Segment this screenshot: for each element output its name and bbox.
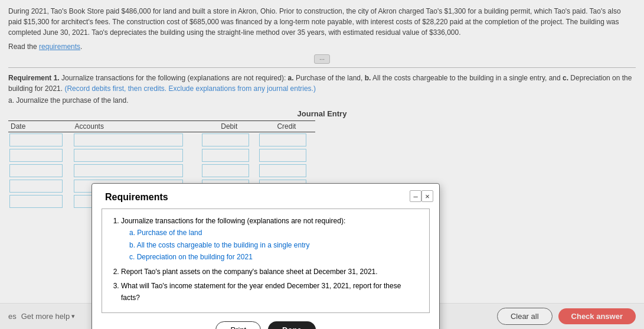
req1-sub-a: a. Purchase of the land bbox=[129, 227, 421, 239]
modal-body: Journalize transactions for the followin… bbox=[92, 205, 439, 329]
req1-subitems: a. Purchase of the land b. All the costs… bbox=[121, 227, 421, 263]
print-button[interactable]: Print bbox=[215, 321, 261, 329]
modal-requirements-box: Journalize transactions for the followin… bbox=[102, 209, 430, 313]
modal-header: Requirements – × bbox=[92, 184, 439, 205]
requirements-modal: Requirements – × Journalize transactions… bbox=[91, 183, 440, 329]
done-button[interactable]: Done bbox=[268, 321, 316, 329]
req1-sub-b: b. All the costs chargeable to the build… bbox=[129, 239, 421, 251]
modal-minimize-button[interactable]: – bbox=[410, 190, 421, 202]
req1-sub-b-text: b. All the costs chargeable to the build… bbox=[129, 241, 310, 249]
req3-text: What will Tao's income statement for the… bbox=[121, 282, 401, 302]
req1-sub-c: c. Depreciation on the building for 2021 bbox=[129, 251, 421, 263]
requirement-item-1: Journalize transactions for the followin… bbox=[121, 215, 421, 263]
req1-text: Journalize transactions for the followin… bbox=[121, 217, 345, 225]
modal-close-button[interactable]: × bbox=[421, 190, 433, 202]
requirement-item-3: What will Tao's income statement for the… bbox=[121, 280, 421, 304]
requirements-list: Journalize transactions for the followin… bbox=[110, 215, 421, 304]
modal-title: Requirements bbox=[98, 187, 410, 205]
req1-sub-a-text: a. Purchase of the land bbox=[129, 229, 202, 237]
req1-sub-c-text: c. Depreciation on the building for 2021 bbox=[129, 253, 253, 261]
req2-text: Report Tao's plant assets on the company… bbox=[121, 268, 378, 276]
requirement-item-2: Report Tao's plant assets on the company… bbox=[121, 266, 421, 278]
modal-footer: Print Done bbox=[102, 321, 430, 329]
